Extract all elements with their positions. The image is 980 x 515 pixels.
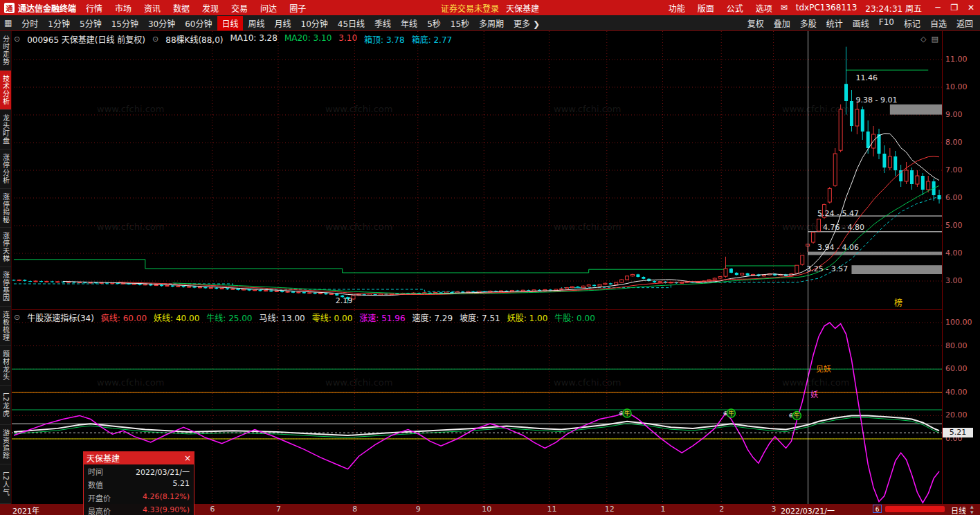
sidebar-item[interactable]: 涨停揭秘 [0,189,11,228]
period-tab[interactable]: 15分钟 [107,16,143,30]
minimize-button[interactable]: ─ [933,3,943,12]
toolbar-action[interactable]: 叠加 [774,17,790,29]
indicator-legend-item: 牛股: 0.00 [554,311,595,323]
period-tabs: 分时1分钟5分钟15分钟30分钟60分钟日线周线月线10分钟45日线季线年线5秒… [17,16,544,30]
sidebar-item[interactable]: 涨停天梯 [0,228,11,267]
indicator-axis-label: 100.00 [945,318,972,327]
titlebar-menu-item[interactable]: 版面 [698,2,714,14]
zoom-spinner[interactable]: ▲ ▼ [970,504,974,515]
sidebar-item[interactable]: 连板梳理 [0,307,11,346]
period-tab[interactable]: 季线 [370,16,395,30]
toolbar-action[interactable]: 画线 [853,17,869,29]
titlebar-menu-item[interactable]: 问达 [260,2,277,14]
toolbar-action[interactable]: 复权 [747,17,764,29]
toolbar-action[interactable]: 多股 [800,17,817,29]
diamond-icon[interactable]: ◇ [920,35,926,44]
titlebar-menu-item[interactable]: 资讯 [144,2,161,14]
tooltip-header[interactable]: 天保基建 × [83,451,194,464]
sidebar-item[interactable]: L2龙虎 [0,386,11,425]
titlebar-menu-item[interactable]: 行情 [86,2,102,14]
collapse-icon[interactable]: ⊙ [14,313,20,322]
period-tab[interactable]: 周线 [244,16,269,30]
sidebar-item[interactable]: 涨停基因 [0,267,11,307]
period-tab[interactable]: 10分钟 [297,16,332,30]
mail-icon[interactable]: ✉ [781,3,788,12]
axis-month-label: 3 [772,505,777,514]
collapse-icon[interactable]: ⊙ [14,35,20,44]
period-tab[interactable]: 45日线 [334,16,369,30]
kline-chart[interactable]: 11.469.38 - 9.015.24 - 5.474.76 - 4.803.… [11,31,942,310]
sidebar-item[interactable]: L2人气 [0,464,11,504]
titlebar-right-menus: 功能版面公式选项 [669,2,772,14]
period-tab[interactable]: 5分钟 [75,16,106,30]
indicator-legend: ⊙ 牛股涨速指标(34) 疯线: 60.00妖线: 40.00牛线: 25.00… [14,311,595,323]
titlebar-menu-item[interactable]: 交易 [231,2,248,14]
toolbar-right-actions: 复权叠加多股统计画线F10标记自选返回 [747,17,976,29]
axis-month-label: 8 [352,505,357,514]
toolbar-action[interactable]: 统计 [826,17,843,29]
tooltip-row: 最高价4.33(9.90%) [84,504,194,515]
titlebar-menu-item[interactable]: 功能 [669,2,685,14]
tooltip-title: 天保基建 [87,452,120,464]
ma-legend: MA10: 3.28MA20: 3.103.10箱顶: 3.78箱底: 2.77 [230,33,452,45]
sidebar-item[interactable]: 技术分析 [0,71,11,110]
titlebar-menu-item[interactable]: 市场 [115,2,131,14]
sidebar-item[interactable]: 游资追踪 [0,425,11,464]
titlebar-menu-item[interactable]: 圈子 [289,2,306,14]
tooltip-close-icon[interactable]: × [184,453,191,463]
price-axis-label: 10.00 [945,82,968,91]
panel-layout-icon[interactable]: ▤ [931,35,938,44]
period-tab[interactable]: 月线 [271,16,296,30]
axis-month-label: 1 [661,505,666,514]
svg-text:11.46: 11.46 [855,73,878,82]
period-tab[interactable]: 分时 [17,16,42,30]
maximize-button[interactable]: ❐ [950,3,959,12]
toolbar-action[interactable]: 标记 [904,17,920,29]
sidebar-item[interactable]: 龙头盯盘 [0,110,11,150]
svg-text:见妖: 见妖 [816,364,831,374]
period-tab[interactable]: 30分钟 [144,16,179,30]
rank-badge[interactable]: 榜 [894,296,902,308]
indicator-legend-item: 马线: 13.00 [260,311,305,323]
titlebar-menu-item[interactable]: 选项 [756,2,772,14]
titlebar-menus: 行情市场资讯数据发现交易问达圈子 [86,2,306,14]
sidebar-item[interactable]: 题材龙头 [0,346,11,386]
app-title: 通达信金融终端 [18,2,76,14]
period-tab[interactable]: 1分钟 [44,16,74,30]
tooltip-row-value: 4.33(9.90%) [143,505,190,515]
toolbar-action[interactable]: 自选 [930,17,947,29]
period-tab[interactable]: 15秒 [446,16,473,30]
sidebar-item[interactable]: 分时走势 [0,31,11,71]
close-button[interactable]: ✕ [966,3,976,12]
panel-divider[interactable] [11,309,980,310]
period-tab[interactable]: 60分钟 [181,16,216,30]
toolbar-action[interactable]: 返回 [956,17,973,29]
price-axis-label: 3.00 [945,276,963,285]
zoom-in-icon[interactable]: ▲ [970,504,974,509]
price-axis-label: 8.00 [945,138,963,147]
page-count-box[interactable]: 6 [873,505,882,513]
svg-text:牛: 牛 [624,410,630,417]
period-tab[interactable]: 日线 [217,16,242,30]
svg-text:妖: 妖 [810,390,818,399]
price-axis-label: 4.00 [945,249,963,258]
price-axis-label: 9.00 [945,110,963,119]
sidebar-item[interactable]: 涨停分析 [0,150,11,189]
titlebar: 通 通达信金融终端 行情市场资讯数据发现交易问达圈子 证券交易未登录 天保基建 … [0,0,980,15]
period-tab[interactable]: 年线 [397,16,421,30]
period-tab[interactable]: 多周期 [475,16,508,30]
toolbar-action[interactable]: F10 [879,17,894,29]
layout-grid-icon[interactable]: ▦ [4,18,12,28]
svg-text:2.19: 2.19 [336,296,353,305]
titlebar-menu-item[interactable]: 数据 [173,2,190,14]
period-tab[interactable]: 更多 ❯ [509,16,544,30]
collapse-icon[interactable]: ⊙ [152,35,158,44]
indicator-legend-item: 零线: 0.00 [312,311,353,323]
hscroll-thumb[interactable] [885,506,945,512]
titlebar-menu-item[interactable]: 公式 [727,2,743,14]
axis-month-label: 11 [547,505,556,514]
svg-text:3.94 - 4.06: 3.94 - 4.06 [817,243,859,252]
titlebar-menu-item[interactable]: 发现 [202,2,219,14]
zoom-out-icon[interactable]: ▼ [970,509,974,515]
period-tab[interactable]: 5秒 [423,16,445,30]
